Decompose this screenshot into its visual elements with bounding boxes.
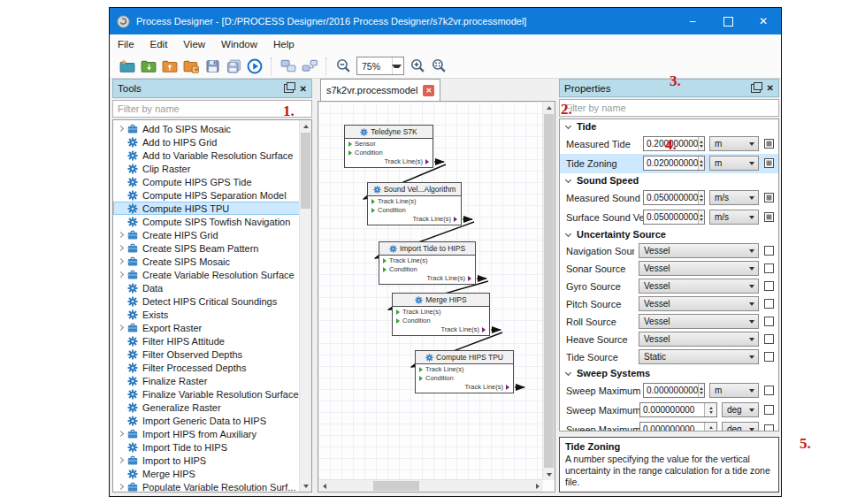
tool-item[interactable]: Add To SIPS Mosaic	[113, 122, 300, 135]
property-checkbox[interactable]	[764, 299, 774, 309]
node-input-port[interactable]: Track Line(s)	[379, 256, 475, 264]
node-title[interactable]: Teledyne S7K	[345, 126, 432, 139]
tool-item[interactable]: Create SIPS Beam Pattern	[113, 241, 300, 255]
spinner-arrows-icon[interactable]	[698, 384, 704, 397]
minimize-button[interactable]: –	[675, 8, 710, 34]
property-group-header[interactable]: Tide	[560, 119, 778, 134]
property-row[interactable]: Sonar SourceVessel	[560, 260, 778, 278]
float-panel-icon[interactable]	[284, 84, 294, 93]
spinner-arrows-icon[interactable]	[698, 157, 704, 170]
tool-item[interactable]: Detect HIPS Critical Soundings	[113, 294, 300, 308]
property-row[interactable]: Tide Zoning0.020000000m	[560, 154, 778, 173]
menu-item-file[interactable]: File	[110, 39, 142, 50]
zoom-to-fit-button[interactable]	[429, 57, 448, 76]
tool-item[interactable]: Clip Raster	[113, 162, 300, 175]
property-checkbox[interactable]	[764, 246, 774, 256]
zoom-in-button[interactable]	[408, 57, 427, 76]
menu-item-window[interactable]: Window	[213, 39, 265, 50]
property-checkbox[interactable]	[764, 281, 774, 291]
spin-input[interactable]: 0.000000000	[639, 402, 717, 417]
tool-item[interactable]: Add to HIPS Grid	[113, 135, 300, 149]
property-row[interactable]: Surface Sound Vel...0.050000000m/s	[560, 208, 778, 227]
node-input-port[interactable]: Condition	[368, 205, 461, 214]
node-title[interactable]: Merge HIPS	[393, 294, 489, 307]
scroll-up-icon[interactable]	[300, 120, 311, 132]
spin-input[interactable]: 0.050000000	[643, 210, 705, 225]
source-dropdown[interactable]: Vessel	[639, 296, 759, 311]
tool-item[interactable]: Add to Variable Resolution Surface	[113, 149, 300, 162]
menu-item-view[interactable]: View	[175, 39, 213, 50]
property-row[interactable]: Sweep Maximum ...0.000000000deg	[560, 401, 778, 420]
expand-chevron-icon[interactable]	[117, 244, 126, 253]
source-dropdown[interactable]: Vessel	[639, 332, 759, 347]
document-tab[interactable]: s7k2vr.processmodel ✕	[320, 79, 440, 101]
process-node[interactable]: Teledyne S7KSensorConditionTrack Line(s)	[344, 125, 433, 168]
property-row[interactable]: Heave SourceVessel	[560, 331, 778, 348]
open-process-model-button[interactable]	[139, 57, 158, 76]
property-row[interactable]: Measured Sound V...0.050000000m/s	[560, 188, 778, 208]
tool-item[interactable]: Import to HIPS	[113, 454, 300, 467]
property-row[interactable]: Sweep Maximum ...0.000000000m	[560, 381, 778, 401]
collapse-chevron-icon[interactable]	[566, 178, 572, 184]
source-dropdown[interactable]: Vessel	[639, 261, 759, 276]
process-node[interactable]: Compute HIPS TPUTrack Line(s)ConditionTr…	[415, 350, 514, 393]
tool-item[interactable]: Compute HIPS GPS Tide	[113, 175, 300, 188]
tool-item[interactable]: Merge HIPS	[113, 467, 300, 480]
tool-item[interactable]: Exists	[113, 308, 300, 321]
property-row[interactable]: Pitch SourceVessel	[560, 295, 778, 313]
property-row[interactable]: Navigation SourceVessel	[560, 242, 778, 260]
property-group-header[interactable]: Sweep Systems	[560, 366, 778, 381]
menu-item-help[interactable]: Help	[265, 39, 302, 50]
property-checkbox[interactable]	[764, 334, 774, 344]
tool-item[interactable]: Populate Variable Resolution Surf...	[113, 480, 300, 493]
auto-layout-button[interactable]	[279, 57, 298, 76]
source-dropdown[interactable]: Vessel	[639, 243, 759, 258]
expand-chevron-icon[interactable]	[117, 324, 126, 332]
source-dropdown[interactable]: Static	[639, 349, 759, 364]
tool-item[interactable]: Import Generic Data to HIPS	[113, 414, 300, 427]
node-output-port[interactable]: Track Line(s)	[416, 382, 513, 393]
process-node[interactable]: Merge HIPSTrack Line(s)ConditionTrack Li…	[392, 293, 490, 336]
tool-item[interactable]: Compute SIPS Towfish Navigation	[113, 215, 300, 228]
scrollbar-thumb[interactable]	[301, 133, 310, 209]
unit-dropdown[interactable]: m	[709, 156, 759, 171]
property-checkbox[interactable]	[764, 352, 774, 362]
maximize-button[interactable]	[710, 8, 746, 34]
node-input-port[interactable]: Condition	[416, 373, 513, 382]
spinner-arrows-icon[interactable]	[698, 191, 704, 204]
tool-item[interactable]: Compute HIPS Separation Model	[113, 188, 300, 202]
close-panel-icon[interactable]: ✕	[767, 83, 774, 93]
tool-item[interactable]: Compute HIPS TPU	[113, 202, 300, 215]
tool-item[interactable]: Export Raster	[113, 321, 300, 334]
node-input-port[interactable]: Track Line(s)	[368, 196, 461, 205]
canvas-vscrollbar[interactable]	[542, 102, 555, 480]
tool-item[interactable]: Import Tide to HIPS	[113, 440, 300, 454]
spinner-arrows-icon[interactable]	[704, 423, 716, 431]
tool-item[interactable]: Finalize Variable Resolution Surface	[113, 387, 300, 401]
expand-chevron-icon[interactable]	[117, 430, 126, 439]
node-output-port[interactable]: Track Line(s)	[393, 325, 489, 335]
scrollbar-thumb[interactable]	[373, 481, 419, 491]
scroll-up-icon[interactable]	[543, 102, 555, 113]
tool-item[interactable]: Create Variable Resolution Surface	[113, 268, 300, 281]
tool-item[interactable]: Import HIPS from Auxiliary	[113, 427, 300, 440]
scroll-down-icon[interactable]	[300, 480, 311, 492]
zoom-out-button[interactable]	[333, 57, 353, 76]
expand-chevron-icon[interactable]	[117, 271, 126, 279]
unit-dropdown[interactable]: deg	[722, 402, 759, 417]
spinner-arrows-icon[interactable]	[698, 210, 704, 224]
tool-item[interactable]: Filter Observed Depths	[113, 347, 300, 361]
tool-item[interactable]: Filter Processed Depths	[113, 361, 300, 374]
tool-item[interactable]: Create SIPS Mosaic	[113, 255, 300, 268]
tab-close-icon[interactable]: ✕	[423, 85, 434, 96]
tool-item[interactable]: Finalize Raster	[113, 374, 300, 387]
save-all-button[interactable]	[224, 57, 243, 76]
spinner-arrows-icon[interactable]	[704, 403, 716, 416]
node-output-port[interactable]: Track Line(s)	[368, 214, 461, 225]
node-input-port[interactable]: Sensor	[345, 139, 432, 148]
spin-input[interactable]: 0.020000000	[643, 156, 705, 171]
property-group-header[interactable]: Uncertainty Source	[560, 227, 778, 242]
expand-chevron-icon[interactable]	[117, 456, 126, 465]
node-title[interactable]: Import Tide to HIPS	[379, 242, 475, 256]
unit-dropdown[interactable]: m/s	[709, 190, 759, 205]
